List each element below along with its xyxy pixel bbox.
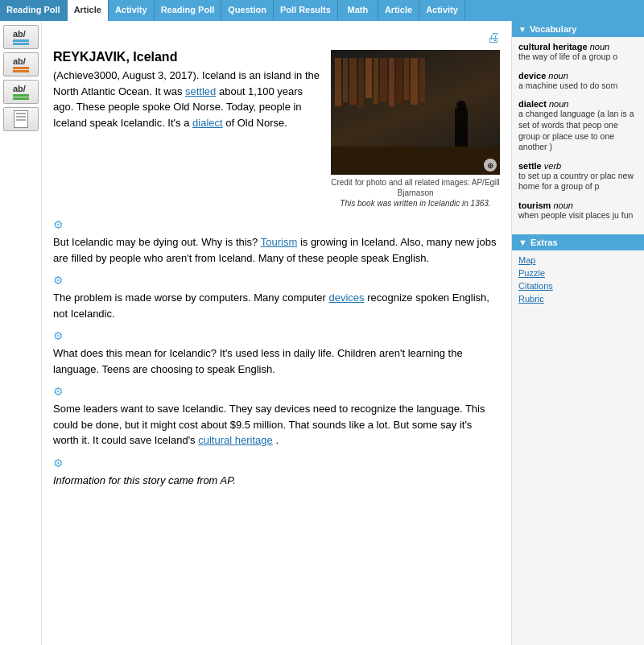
vocab-collapse-icon[interactable]: ▼: [518, 25, 526, 34]
nav-reading-poll-2[interactable]: Reading Poll: [155, 0, 222, 21]
paragraph-3: What does this mean for Icelandic? It's …: [53, 345, 500, 377]
dialect-link-intro[interactable]: dialect: [192, 117, 223, 129]
nav-activity[interactable]: Activity: [109, 0, 155, 21]
extras-collapse-icon[interactable]: ▼: [518, 238, 527, 247]
vocab-term-settle: settle verb to set up a country or plac …: [518, 161, 638, 192]
settings-icon-4[interactable]: ⚙: [53, 385, 500, 398]
nav-article[interactable]: Article: [68, 0, 109, 21]
nav-article-2[interactable]: Article: [378, 0, 419, 21]
vocabulary-section: cultural heritage noun the way of life o…: [512, 37, 644, 234]
settings-icon-3[interactable]: ⚙: [53, 329, 500, 342]
settings-icon-1[interactable]: ⚙: [53, 218, 500, 231]
vocab-term-tourism: tourism noun when people visit places ju…: [518, 201, 638, 221]
vocab-term-dialect: dialect noun a changed language (a lan i…: [518, 99, 638, 153]
document-btn[interactable]: [3, 107, 39, 131]
extras-link-rubric[interactable]: Rubric: [518, 294, 638, 304]
extras-header: ▼ Extras: [512, 234, 644, 250]
extras-link-puzzle[interactable]: Puzzle: [518, 268, 638, 278]
cultural-heritage-link[interactable]: cultural heritage: [198, 434, 273, 446]
vocab-term-device: device noun a machine used to do som: [518, 71, 638, 92]
nav-poll-results[interactable]: Poll Results: [274, 0, 338, 21]
extras-link-citations[interactable]: Citations: [518, 281, 638, 291]
top-navigation: Reading Poll Article Activity Reading Po…: [0, 0, 644, 21]
print-icon[interactable]: 🖨: [487, 31, 500, 44]
devices-link[interactable]: devices: [328, 291, 364, 304]
extras-section: Map Puzzle Citations Rubric: [512, 250, 644, 312]
font-size-btn-3[interactable]: ab/: [3, 80, 39, 104]
nav-math[interactable]: Math: [338, 0, 378, 21]
font-size-btn-2[interactable]: ab/: [3, 52, 39, 76]
vocabulary-header: ▼ Vocabulary: [512, 21, 644, 37]
paragraph-4: Some leaders want to save Icelandic. The…: [53, 401, 500, 449]
paragraph-1: But Icelandic may be dying out. Why is t…: [53, 234, 500, 266]
paragraph-2: The problem is made worse by computers. …: [53, 290, 500, 321]
image-caption: This book was written in Icelandic in 13…: [331, 198, 500, 209]
article-image: ⊕ Credit for photo and all related image…: [331, 50, 500, 209]
left-sidebar: ab/ ab/ ab/: [0, 21, 42, 645]
image-credit: Credit for photo and all related images:…: [331, 177, 500, 198]
font-size-btn-1[interactable]: ab/: [3, 25, 39, 49]
vocab-term-cultural-heritage: cultural heritage noun the way of life o…: [518, 42, 638, 63]
nav-activity-2[interactable]: Activity: [419, 0, 465, 21]
extras-link-map[interactable]: Map: [518, 255, 638, 265]
zoom-icon[interactable]: ⊕: [484, 159, 497, 172]
tourism-link[interactable]: Tourism: [261, 236, 298, 248]
article-source: Information for this story came from AP.: [53, 473, 500, 489]
right-sidebar: ▼ Vocabulary cultural heritage noun the …: [511, 21, 644, 645]
settled-link[interactable]: settled: [185, 85, 216, 97]
settings-icon-5[interactable]: ⚙: [53, 457, 500, 469]
article-intro: (Achieve3000, August 3, 2017). Iceland i…: [53, 68, 321, 130]
nav-question[interactable]: Question: [221, 0, 274, 21]
article-title: REYKJAVIK, Iceland: [53, 50, 321, 64]
article-content: 🖨 REYKJAVIK, Iceland (Achieve3000, Augus…: [42, 21, 511, 645]
nav-reading-poll[interactable]: Reading Poll: [0, 0, 68, 21]
settings-icon-2[interactable]: ⚙: [53, 274, 500, 287]
